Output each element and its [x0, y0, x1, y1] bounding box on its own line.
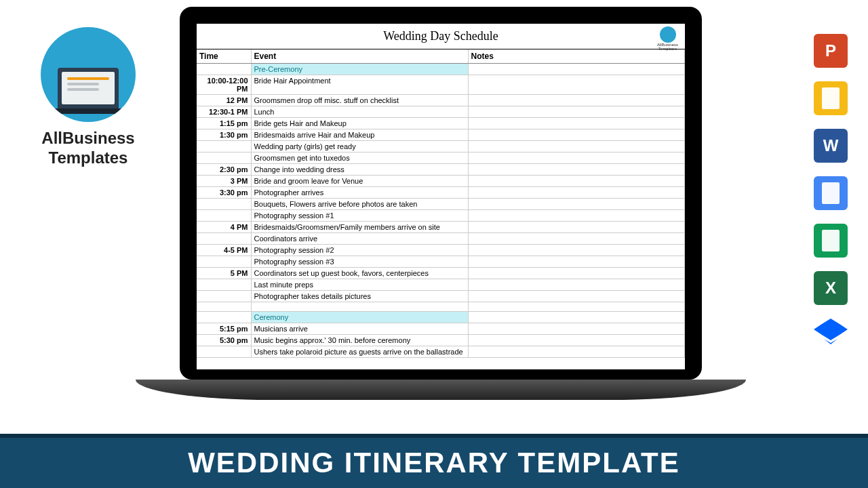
table-row: Ceremony — [197, 312, 685, 323]
table-row: Last minute preps — [197, 279, 685, 291]
table-row: 4 PMBridesmaids/Groomsmen/Family members… — [197, 222, 685, 233]
brand-logo-block: AllBusiness Templates — [20, 27, 156, 168]
table-row: 1:15 pmBride gets Hair and Makeup — [197, 118, 685, 129]
table-row: Coordinators arrive — [197, 233, 685, 245]
footer-title: WEDDING ITINERARY TEMPLATE — [188, 447, 680, 479]
table-row: Groomsmen get into tuxedos — [197, 152, 685, 164]
table-row: Wedding party (girls) get ready — [197, 141, 685, 152]
table-row: 4-5 PMPhotography session #2 — [197, 245, 685, 256]
laptop-mockup: Wedding Day Schedule AllBusiness Templat… — [180, 7, 702, 407]
document-title: Wedding Day Schedule — [383, 29, 498, 43]
table-row: 5:15 pmMusicians arrive — [197, 323, 685, 335]
document-brand-badge: AllBusiness Templates — [656, 26, 679, 50]
schedule-table: Time Event Notes Pre-Ceremony10:00-12:00… — [197, 49, 685, 358]
table-row: 2:30 pmChange into wedding dress — [197, 164, 685, 176]
table-header-row: Time Event Notes — [197, 49, 685, 64]
table-row: Photography session #3 — [197, 256, 685, 268]
excel-icon[interactable]: X — [814, 271, 848, 305]
col-time: Time — [197, 49, 251, 64]
laptop-base — [136, 380, 746, 400]
google-slides-icon[interactable] — [814, 81, 848, 115]
table-row: Photography session #1 — [197, 210, 685, 222]
table-row: 5 PMCoordinators set up guest book, favo… — [197, 268, 685, 279]
powerpoint-icon[interactable]: P — [814, 34, 848, 68]
table-row: Pre-Ceremony — [197, 64, 685, 75]
table-row: Photographer takes details pictures — [197, 291, 685, 302]
table-row: 3 PMBride and groom leave for Venue — [197, 176, 685, 187]
dropbox-icon[interactable] — [814, 319, 848, 352]
word-icon[interactable]: W — [814, 129, 848, 163]
table-row: 5:30 pmMusic begins approx.' 30 min. bef… — [197, 335, 685, 346]
format-icons-column: PWX — [814, 34, 851, 366]
google-docs-icon[interactable] — [814, 176, 848, 210]
table-row: 12:30-1 PMLunch — [197, 106, 685, 118]
col-event: Event — [251, 49, 468, 64]
brand-logo-circle — [41, 27, 136, 122]
brand-name: AllBusiness Templates — [20, 129, 156, 168]
table-row: 3:30 pmPhotographer arrives — [197, 187, 685, 199]
laptop-icon — [58, 68, 119, 108]
google-sheets-icon[interactable] — [814, 224, 848, 258]
table-row — [197, 302, 685, 312]
col-notes: Notes — [468, 49, 685, 64]
table-row: 10:00-12:00 PMBride Hair Appointment — [197, 75, 685, 95]
table-row: 12 PMGroomsmen drop off misc. stuff on c… — [197, 95, 685, 106]
table-row: 1:30 pmBridesmaids arrive Hair and Makeu… — [197, 129, 685, 141]
document-preview: Wedding Day Schedule AllBusiness Templat… — [197, 24, 685, 369]
table-row: Bouquets, Flowers arrive before photos a… — [197, 199, 685, 210]
table-row: Ushers take polaroid picture as guests a… — [197, 346, 685, 358]
footer-bar: WEDDING ITINERARY TEMPLATE — [0, 434, 868, 488]
